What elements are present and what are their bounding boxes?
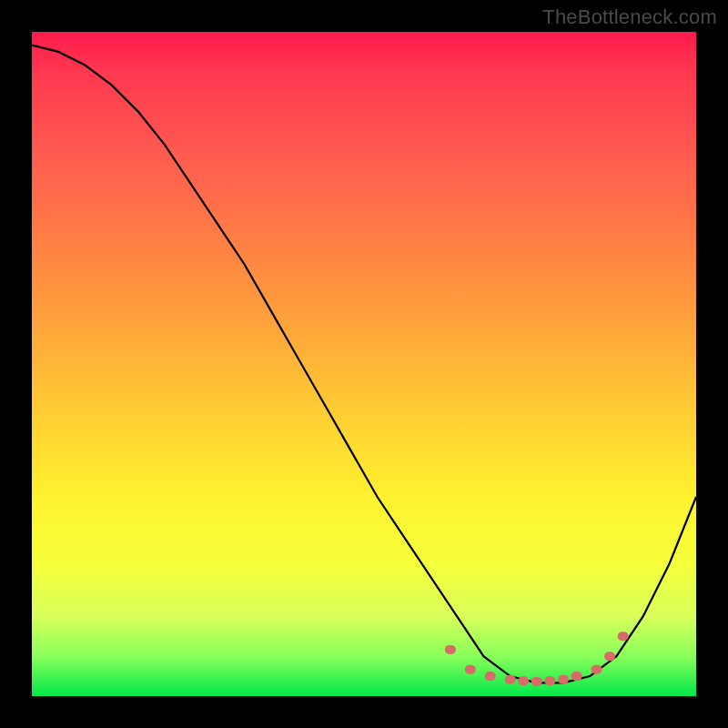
plateau-dot [445, 645, 456, 654]
plateau-dot [592, 665, 602, 674]
bottleneck-curve [32, 46, 696, 683]
chart-frame: TheBottleneck.com [0, 0, 728, 728]
watermark-text: TheBottleneck.com [542, 5, 717, 29]
plateau-dot [505, 675, 516, 684]
plot-svg [32, 32, 696, 696]
plot-area [32, 32, 696, 696]
plateau-dot [544, 676, 555, 685]
plateau-dot [618, 632, 629, 641]
plateau-dot [531, 677, 542, 686]
plateau-dot [604, 652, 615, 661]
plateau-dot [571, 672, 582, 681]
plateau-dot [465, 665, 476, 674]
plateau-dot [558, 675, 569, 684]
plateau-dot [485, 672, 496, 681]
plateau-dot [518, 676, 529, 685]
